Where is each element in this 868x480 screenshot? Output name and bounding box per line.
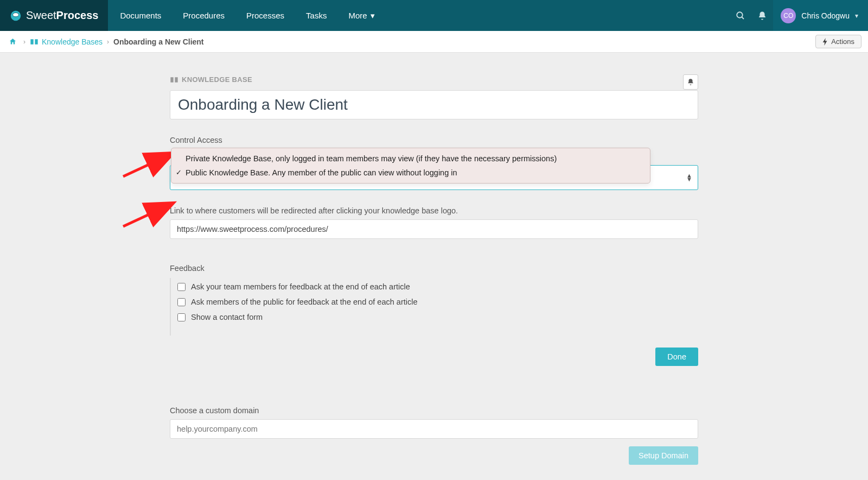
feedback-options: Ask your team members for feedback at th… (170, 278, 698, 336)
search-button[interactable] (730, 11, 751, 21)
search-icon (736, 11, 745, 21)
brand-text: SweetProcess (26, 9, 98, 22)
custom-domain-label: Choose a custom domain (170, 406, 698, 415)
nav-items: Documents Procedures Processes Tasks Mor… (108, 0, 385, 31)
checkbox[interactable] (177, 313, 186, 321)
bell-icon (687, 78, 694, 86)
nav-procedures[interactable]: Procedures (172, 0, 235, 31)
feedback-label: Feedback (170, 264, 698, 273)
user-menu[interactable]: CO Chris Odogwu ▾ (773, 0, 868, 31)
access-option-private[interactable]: Private Knowledge Base, only logged in t… (171, 151, 650, 166)
bell-icon (757, 11, 767, 21)
svg-point-3 (737, 12, 743, 18)
breadcrumb-bar: › Knowledge Bases › Onboarding a New Cli… (0, 31, 868, 53)
access-dropdown: Private Knowledge Base, only logged in t… (171, 148, 650, 184)
top-nav: SweetProcess Documents Procedures Proces… (0, 0, 868, 31)
subscribe-button[interactable] (683, 74, 698, 90)
done-button[interactable]: Done (655, 348, 698, 366)
nav-tasks[interactable]: Tasks (295, 0, 337, 31)
nav-processes[interactable]: Processes (235, 0, 295, 31)
svg-line-4 (742, 17, 744, 19)
feedback-opt-team[interactable]: Ask your team members for feedback at th… (177, 279, 698, 294)
book-icon (30, 38, 39, 46)
feedback-opt-contact[interactable]: Show a contact form (177, 310, 698, 325)
setup-domain-button[interactable]: Setup Domain (629, 446, 698, 465)
book-icon (170, 76, 178, 84)
title-input[interactable] (170, 90, 698, 119)
custom-domain-input[interactable] (170, 419, 698, 439)
user-name: Chris Odogwu (801, 11, 850, 20)
home-icon (9, 37, 17, 46)
feedback-opt-public[interactable]: Ask members of the public for feedback a… (177, 294, 698, 310)
redirect-input[interactable] (170, 219, 698, 239)
breadcrumb-current: Onboarding a New Client (113, 37, 203, 46)
main-content: KNOWLEDGE BASE Control Access ▲▼ Private… (170, 53, 698, 480)
nav-documents[interactable]: Documents (108, 0, 172, 31)
breadcrumb-separator: › (23, 38, 25, 46)
notifications-button[interactable] (751, 11, 773, 21)
nav-more[interactable]: More▾ (337, 0, 385, 31)
avatar: CO (781, 8, 796, 23)
section-label: KNOWLEDGE BASE (170, 75, 698, 84)
chevron-down-icon: ▾ (855, 12, 858, 20)
checkbox[interactable] (177, 283, 186, 291)
home-link[interactable] (7, 37, 19, 46)
breadcrumb-kb[interactable]: Knowledge Bases (30, 37, 103, 46)
chevron-down-icon: ▾ (371, 11, 375, 21)
svg-line-6 (123, 204, 172, 226)
actions-button[interactable]: Actions (815, 35, 861, 48)
access-option-public[interactable]: Public Knowledge Base. Any member of the… (171, 166, 650, 180)
breadcrumb-separator: › (107, 38, 109, 46)
redirect-label: Link to where customers will be redirect… (170, 206, 698, 215)
brand-icon (10, 10, 22, 22)
lightning-icon (822, 38, 828, 46)
checkbox[interactable] (177, 298, 186, 306)
svg-line-5 (123, 154, 172, 176)
brand-logo[interactable]: SweetProcess (0, 0, 108, 31)
select-arrows-icon: ▲▼ (686, 174, 692, 181)
control-access-label: Control Access (170, 136, 698, 144)
